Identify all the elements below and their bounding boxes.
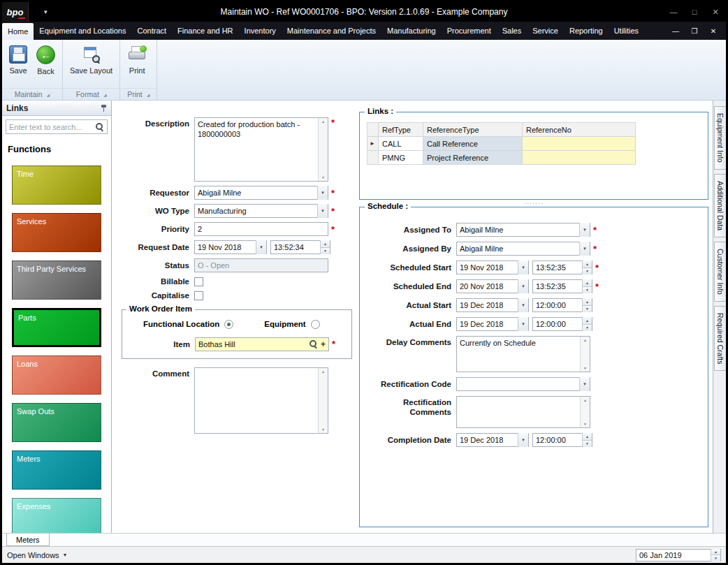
tab-additional-data[interactable]: Additional Data	[714, 174, 726, 237]
chevron-down-icon[interactable]: ▼	[579, 242, 590, 256]
minimize-icon[interactable]: —	[663, 3, 684, 20]
scheduled-end-time-input[interactable]: 13:52:35 ▲▼	[532, 279, 592, 293]
search-input[interactable]	[9, 123, 95, 131]
chevron-down-icon[interactable]: ▼	[63, 552, 68, 557]
referenceno-cell[interactable]	[523, 137, 636, 151]
tab-service[interactable]: Service	[527, 22, 564, 40]
status-date-input[interactable]: 06 Jan 2019 ▲▼	[636, 549, 721, 562]
scheduled-start-date-input[interactable]: 19 Nov 2018 ▼	[456, 261, 529, 274]
restore-icon[interactable]: ❐	[686, 24, 703, 37]
tab-equipment-info[interactable]: Equipment Info	[714, 106, 726, 170]
scheduled-start-time-input[interactable]: 13:52:35 ▲▼	[532, 261, 592, 274]
actual-start-time-input[interactable]: 12:00:00 ▲▼	[532, 298, 592, 312]
reftype-cell[interactable]: CALL	[379, 137, 423, 151]
request-time-input[interactable]: 13:52:34 ▲▼	[270, 240, 330, 254]
tab-procurement[interactable]: Procurement	[442, 22, 497, 40]
comment-input[interactable]: ▲▼	[194, 367, 328, 434]
column-header-referencetype[interactable]: ReferenceType	[423, 123, 523, 137]
open-windows-button[interactable]: Open Windows	[7, 551, 59, 559]
group-corner-icon[interactable]: ◢	[147, 92, 150, 97]
save-button[interactable]: Save	[6, 43, 31, 77]
actual-end-date-input[interactable]: 19 Dec 2018 ▼	[456, 317, 529, 331]
function-button-meters[interactable]: Meters	[12, 450, 101, 490]
time-spinner[interactable]: ▲▼	[582, 433, 592, 447]
splitter-handle[interactable]: ·······	[359, 200, 708, 207]
function-button-time[interactable]: Time	[12, 166, 101, 205]
tab-maintenance-and-projects[interactable]: Maintenance and Projects	[282, 22, 381, 40]
tab-inventory[interactable]: Inventory	[239, 22, 282, 40]
referencetype-cell[interactable]: Call Reference	[423, 137, 523, 151]
function-button-swap-outs[interactable]: Swap Outs	[12, 403, 101, 442]
function-button-services[interactable]: Services	[12, 213, 101, 252]
function-button-parts[interactable]: Parts	[12, 308, 101, 347]
rectification-code-select[interactable]: ▼	[456, 377, 590, 391]
scrollbar[interactable]: ▲▼	[318, 368, 328, 433]
priority-input[interactable]: 2	[194, 222, 328, 236]
time-spinner[interactable]: ▲▼	[582, 279, 592, 293]
tab-sales[interactable]: Sales	[497, 22, 527, 40]
tab-customer-info[interactable]: Customer Info	[714, 242, 726, 302]
tab-reporting[interactable]: Reporting	[564, 22, 609, 40]
tab-meters-bottom[interactable]: Meters	[6, 534, 50, 546]
completion-date-input[interactable]: 19 Dec 2018 ▼	[456, 433, 529, 447]
billable-checkbox[interactable]	[194, 277, 203, 286]
chevron-down-icon[interactable]: ▼	[317, 186, 328, 200]
completion-time-input[interactable]: 12:00:00 ▲▼	[532, 433, 592, 447]
delay-comments-input[interactable]: Currently on Schedule ▲▼	[456, 336, 590, 372]
time-spinner[interactable]: ▲▼	[582, 298, 592, 312]
maximize-icon[interactable]: □	[684, 3, 705, 20]
chevron-down-icon[interactable]: ▼	[579, 223, 590, 237]
table-row[interactable]: PMNG Project Reference	[367, 151, 636, 165]
chevron-down-icon[interactable]: ▼	[518, 317, 528, 331]
description-input[interactable]: Created for production batch - 180000000…	[194, 117, 328, 182]
tab-finance-and-hr[interactable]: Finance and HR	[172, 22, 239, 40]
function-button-third-party-services[interactable]: Third Party Services	[12, 261, 101, 300]
minimize-icon[interactable]: —	[667, 24, 684, 37]
time-spinner[interactable]: ▲▼	[582, 261, 592, 274]
chevron-down-icon[interactable]: ▼	[518, 433, 528, 447]
search-icon[interactable]	[95, 122, 104, 131]
search-icon[interactable]	[309, 339, 318, 348]
request-date-input[interactable]: 19 Nov 2018 ▼	[194, 240, 267, 254]
group-corner-icon[interactable]: ◢	[47, 92, 50, 97]
functional-location-radio[interactable]	[224, 320, 233, 329]
chevron-down-icon[interactable]: ▼	[518, 261, 528, 274]
referencetype-cell[interactable]: Project Reference	[423, 151, 523, 165]
close-icon[interactable]: ✕	[705, 3, 726, 20]
date-spinner[interactable]: ▲▼	[711, 549, 720, 562]
time-spinner[interactable]: ▲▼	[582, 317, 592, 331]
close-icon[interactable]: ✕	[705, 24, 722, 37]
requestor-select[interactable]: Abigail Milne ▼	[194, 186, 328, 200]
tab-contract[interactable]: Contract	[132, 22, 173, 40]
tab-manufacturing[interactable]: Manufacturing	[381, 22, 442, 40]
table-row[interactable]: ► CALL Call Reference	[367, 137, 636, 151]
scrollbar[interactable]: ▲▼	[580, 337, 590, 372]
save-layout-button[interactable]: Save Layout	[66, 43, 116, 77]
function-button-expenses[interactable]: Expenses	[12, 498, 101, 533]
reftype-cell[interactable]: PMNG	[379, 151, 423, 165]
tab-equipment-and-locations[interactable]: Equipment and Locations	[34, 22, 131, 40]
assigned-to-select[interactable]: Abigail Milne ▼	[456, 223, 590, 237]
pin-icon[interactable]	[101, 104, 107, 112]
item-input[interactable]: Bothas Hill +	[195, 337, 329, 351]
column-header-reftype[interactable]: RefType	[379, 123, 423, 137]
rectification-comments-input[interactable]: ▲▼	[456, 396, 590, 428]
function-button-loans[interactable]: Loans	[12, 355, 101, 395]
chevron-down-icon[interactable]: ▼	[256, 240, 266, 254]
add-icon[interactable]: +	[321, 339, 326, 349]
column-header-referenceno[interactable]: ReferenceNo	[523, 123, 636, 137]
back-button[interactable]: ← Back	[33, 43, 59, 78]
group-corner-icon[interactable]: ◢	[103, 92, 107, 97]
assigned-by-select[interactable]: Abigail Milne ▼	[456, 242, 590, 256]
quick-access-caret-icon[interactable]: ▾	[44, 8, 48, 15]
capitalise-checkbox[interactable]	[194, 291, 203, 300]
tab-utilities[interactable]: Utilities	[609, 22, 644, 40]
chevron-down-icon[interactable]: ▼	[317, 204, 328, 218]
equipment-radio[interactable]	[311, 320, 320, 329]
chevron-down-icon[interactable]: ▼	[579, 377, 590, 391]
tab-required-crafts[interactable]: Required Crafts	[714, 306, 726, 372]
scrollbar[interactable]: ▲▼	[318, 118, 328, 181]
referenceno-cell[interactable]	[523, 151, 636, 165]
actual-start-date-input[interactable]: 19 Dec 2018 ▼	[456, 298, 529, 312]
time-spinner[interactable]: ▲▼	[320, 240, 330, 254]
